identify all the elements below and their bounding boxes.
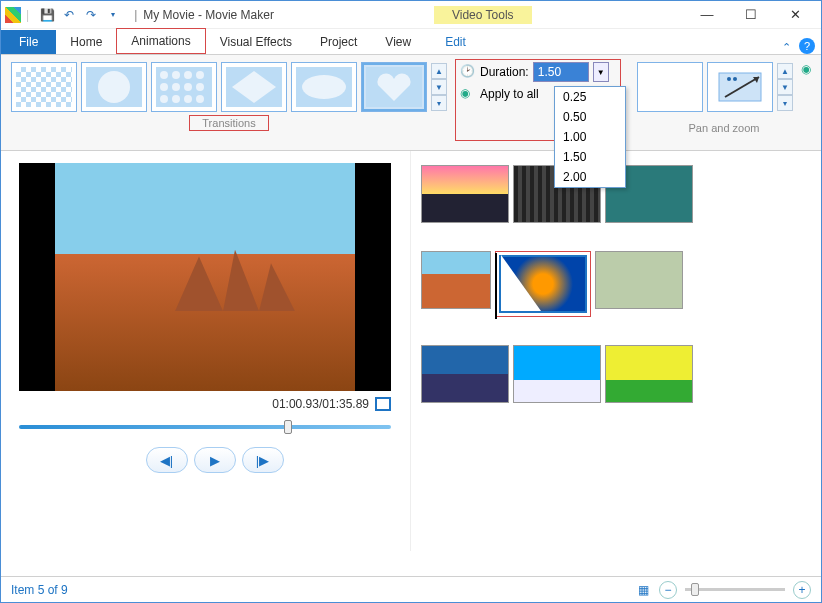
gallery-down-icon[interactable]: ▼: [431, 79, 447, 95]
playhead-marker[interactable]: [495, 253, 497, 319]
svg-point-10: [196, 71, 204, 79]
clip-thumbnail[interactable]: [595, 251, 683, 309]
transition-circles-grid[interactable]: [151, 62, 217, 112]
svg-point-7: [160, 71, 168, 79]
clip-thumbnail-selected[interactable]: [499, 255, 587, 313]
tab-home[interactable]: Home: [56, 30, 116, 54]
zoom-slider[interactable]: [685, 588, 785, 591]
svg-point-16: [172, 95, 180, 103]
transition-oval[interactable]: [291, 62, 357, 112]
svg-point-5: [98, 71, 130, 103]
svg-point-18: [196, 95, 204, 103]
seek-thumb[interactable]: [284, 420, 292, 434]
prev-frame-button[interactable]: ◀|: [146, 447, 188, 473]
clip-thumbnail[interactable]: [421, 345, 509, 403]
transitions-group: ▲ ▼ ▾ Transitions: [11, 59, 447, 150]
gallery-up-icon[interactable]: ▲: [777, 63, 793, 79]
window-controls: — ☐ ✕: [685, 3, 817, 27]
svg-point-15: [160, 95, 168, 103]
qat-dropdown-icon[interactable]: ▾: [104, 6, 122, 24]
view-thumbnails-icon[interactable]: ▦: [638, 583, 649, 597]
gallery-up-icon[interactable]: ▲: [431, 63, 447, 79]
undo-icon[interactable]: ↶: [60, 6, 78, 24]
save-icon[interactable]: 💾: [38, 6, 56, 24]
quick-access-toolbar: 💾 ↶ ↷ ▾: [32, 6, 128, 24]
selected-clip-wrapper: [495, 251, 591, 317]
ribbon-tabs: File Home Animations Visual Effects Proj…: [1, 29, 821, 55]
main-area: 01:00.93/01:35.89 ◀| ▶ |▶: [1, 151, 821, 551]
storyboard[interactable]: [411, 151, 821, 551]
zoom-thumb[interactable]: [691, 583, 699, 596]
duration-option[interactable]: 1.50: [555, 147, 625, 167]
seek-slider[interactable]: [19, 425, 391, 429]
svg-rect-1: [16, 67, 72, 107]
duration-option[interactable]: 1.00: [555, 127, 625, 147]
preview-pane: 01:00.93/01:35.89 ◀| ▶ |▶: [1, 151, 411, 551]
fullscreen-icon[interactable]: [375, 397, 391, 411]
pan-zoom-none[interactable]: [637, 62, 703, 112]
preview-image: [55, 163, 355, 391]
apply-all-icon: ◉: [460, 86, 476, 102]
apply-to-all-button[interactable]: Apply to all: [480, 87, 539, 101]
clip-row-3: [421, 345, 811, 403]
duration-option[interactable]: 0.50: [555, 107, 625, 127]
gallery-more-icon[interactable]: ▾: [431, 95, 447, 111]
next-frame-button[interactable]: |▶: [242, 447, 284, 473]
clip-thumbnail[interactable]: [513, 345, 601, 403]
zoom-out-button[interactable]: −: [659, 581, 677, 599]
playback-controls: ◀| ▶ |▶: [19, 447, 410, 473]
duration-input[interactable]: [533, 62, 589, 82]
duration-group: 🕑 Duration: ▼ ◉ Apply to all 0.25 0.50 1…: [455, 59, 621, 141]
duration-option[interactable]: 0.25: [555, 87, 625, 107]
svg-point-17: [184, 95, 192, 103]
tab-edit[interactable]: Edit: [431, 30, 480, 54]
transitions-gallery-scroll: ▲ ▼ ▾: [431, 63, 447, 111]
duration-option[interactable]: 2.00: [555, 167, 625, 187]
tab-view[interactable]: View: [371, 30, 425, 54]
svg-point-8: [172, 71, 180, 79]
status-item-count: Item 5 of 9: [11, 583, 68, 597]
duration-dropdown-list: 0.25 0.50 1.00 1.50 2.00: [554, 86, 626, 188]
contextual-tab-label: Video Tools: [434, 6, 532, 24]
tab-visual-effects[interactable]: Visual Effects: [206, 30, 306, 54]
transition-checker[interactable]: [11, 62, 77, 112]
close-button[interactable]: ✕: [773, 3, 817, 27]
transitions-group-label: Transitions: [189, 115, 269, 131]
clip-thumbnail[interactable]: [421, 165, 509, 223]
tab-animations[interactable]: Animations: [116, 28, 205, 54]
minimize-button[interactable]: —: [685, 3, 729, 27]
gallery-down-icon[interactable]: ▼: [777, 79, 793, 95]
clip-thumbnail[interactable]: [421, 251, 491, 309]
svg-point-13: [184, 83, 192, 91]
collapse-ribbon-icon[interactable]: ⌃: [782, 41, 791, 54]
titlebar-separator: |: [26, 8, 29, 22]
preview-monitor[interactable]: [19, 163, 391, 391]
clip-thumbnail[interactable]: [605, 345, 693, 403]
pan-zoom-gallery-scroll: ▲ ▼ ▾: [777, 63, 793, 111]
play-button[interactable]: ▶: [194, 447, 236, 473]
zoom-controls: − +: [659, 581, 811, 599]
pan-zoom-group: ▲ ▼ ▾ ◉ Pan and zoom: [637, 59, 811, 150]
svg-point-12: [172, 83, 180, 91]
duration-label: Duration:: [480, 65, 529, 79]
tab-file[interactable]: File: [1, 30, 56, 54]
svg-point-11: [160, 83, 168, 91]
title-separator: |: [134, 8, 137, 22]
maximize-button[interactable]: ☐: [729, 3, 773, 27]
svg-point-28: [733, 77, 737, 81]
gallery-more-icon[interactable]: ▾: [777, 95, 793, 111]
pan-zoom-group-label: Pan and zoom: [637, 122, 811, 134]
duration-dropdown-button[interactable]: ▼: [593, 62, 609, 82]
redo-icon[interactable]: ↷: [82, 6, 100, 24]
transition-diamond[interactable]: [221, 62, 287, 112]
help-icon[interactable]: ?: [799, 38, 815, 54]
transition-heart[interactable]: [361, 62, 427, 112]
zoom-in-button[interactable]: +: [793, 581, 811, 599]
clip-row-2: [421, 251, 811, 317]
tab-project[interactable]: Project: [306, 30, 371, 54]
apply-all-pan-icon[interactable]: ◉: [801, 62, 811, 76]
titlebar: | 💾 ↶ ↷ ▾ | My Movie - Movie Maker Video…: [1, 1, 821, 29]
transition-circle[interactable]: [81, 62, 147, 112]
window-title: My Movie - Movie Maker: [143, 8, 274, 22]
pan-zoom-effect[interactable]: [707, 62, 773, 112]
